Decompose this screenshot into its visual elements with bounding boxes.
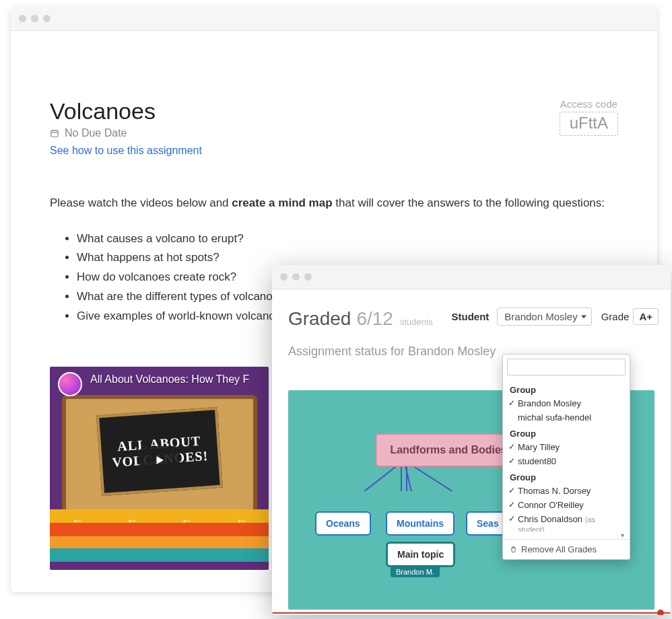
decor-stripe — [50, 548, 269, 562]
intro-post: that will cover the answers to the follo… — [333, 196, 605, 209]
graded-students-suffix: students — [400, 317, 433, 327]
chevron-down-icon[interactable]: ▾ — [503, 532, 630, 539]
dropdown-item[interactable]: michal sufa-hendel — [503, 410, 630, 425]
student-dropdown: Group Brandon Mosley michal sufa-hendel … — [502, 354, 630, 560]
dropdown-group-header: Group — [503, 468, 630, 484]
window-min-dot[interactable] — [292, 273, 300, 281]
student-label: Student — [451, 311, 489, 322]
svg-rect-0 — [51, 131, 59, 137]
window-close-dot[interactable] — [19, 15, 26, 22]
dropdown-item[interactable]: Brandon Mosley — [503, 396, 630, 410]
decor-arrows: ←←←← — [50, 514, 269, 528]
help-link[interactable]: See how to use this assignment — [50, 145, 202, 157]
titlebar — [11, 7, 657, 31]
remove-all-grades-label: Remove All Grades — [521, 544, 597, 554]
decor-stripe — [50, 536, 269, 550]
access-code-value: uFttA — [560, 112, 618, 136]
timeline-track[interactable] — [272, 612, 671, 614]
dropdown-group-header: Group — [503, 381, 630, 396]
window-max-dot[interactable] — [43, 15, 51, 22]
list-item: What causes a volcano to erupt? — [77, 229, 618, 249]
window-max-dot[interactable] — [304, 273, 312, 281]
trash-icon — [510, 545, 517, 554]
video-thumbnail[interactable]: ALL ABOUT VOLCANOES! ←←←← All About Volc… — [50, 367, 269, 570]
history-playbar: 91 of 96 (2018-12-02) — [272, 612, 671, 615]
student-filter-input[interactable] — [507, 359, 626, 375]
mindmap-author-chip: Brandon M. — [391, 567, 440, 577]
dropdown-group-header: Group — [503, 425, 630, 440]
mindmap-node-main[interactable]: Main topic — [386, 542, 455, 567]
dropdown-item[interactable]: Chris Donaldson (as student) — [503, 512, 630, 532]
student-select[interactable]: Brandon Mosley — [497, 307, 591, 326]
svg-marker-4 — [156, 456, 164, 464]
graded-count: 6/12 — [356, 308, 393, 330]
play-button[interactable] — [139, 446, 180, 474]
dropdown-item[interactable]: Connor O'Reilley — [503, 498, 630, 512]
channel-badge-icon — [58, 372, 82, 396]
dropdown-item-name: Chris Donaldson — [518, 514, 582, 524]
access-code-card[interactable]: Access code uFttA — [560, 98, 618, 136]
mindmap-node-oceans[interactable]: Oceans — [315, 511, 371, 536]
chevron-down-icon — [581, 315, 586, 318]
grading-window: Graded 6/12 students Student Brandon Mos… — [272, 265, 671, 615]
graded-label: Graded — [288, 308, 351, 330]
play-icon — [154, 454, 166, 466]
titlebar — [272, 265, 671, 289]
assignment-title: Volcanoes — [50, 98, 202, 124]
grade-label: Grade — [601, 311, 630, 322]
mindmap-node-mountains[interactable]: Mountains — [386, 511, 455, 536]
student-select-value: Brandon Mosley — [504, 311, 577, 322]
intro-bold: create a mind map — [232, 196, 332, 209]
intro-pre: Please watch the videos below and — [50, 196, 232, 209]
due-date-text: No Due Date — [65, 127, 127, 139]
access-code-label: Access code — [560, 98, 618, 110]
dropdown-item[interactable]: student80 — [503, 454, 630, 468]
dropdown-item[interactable]: Mary Tilley — [503, 440, 630, 454]
instructions-text: Please watch the videos below and create… — [50, 194, 618, 212]
calendar-icon — [50, 129, 59, 138]
grade-value-badge[interactable]: A+ — [633, 308, 659, 325]
video-title: All About Volcanoes: How They F — [90, 373, 249, 386]
timeline-handle[interactable] — [657, 610, 664, 615]
window-min-dot[interactable] — [31, 15, 38, 22]
dropdown-item[interactable]: Thomas N. Dorsey — [503, 484, 630, 498]
remove-all-grades-button[interactable]: Remove All Grades — [503, 539, 630, 559]
window-close-dot[interactable] — [280, 273, 288, 281]
